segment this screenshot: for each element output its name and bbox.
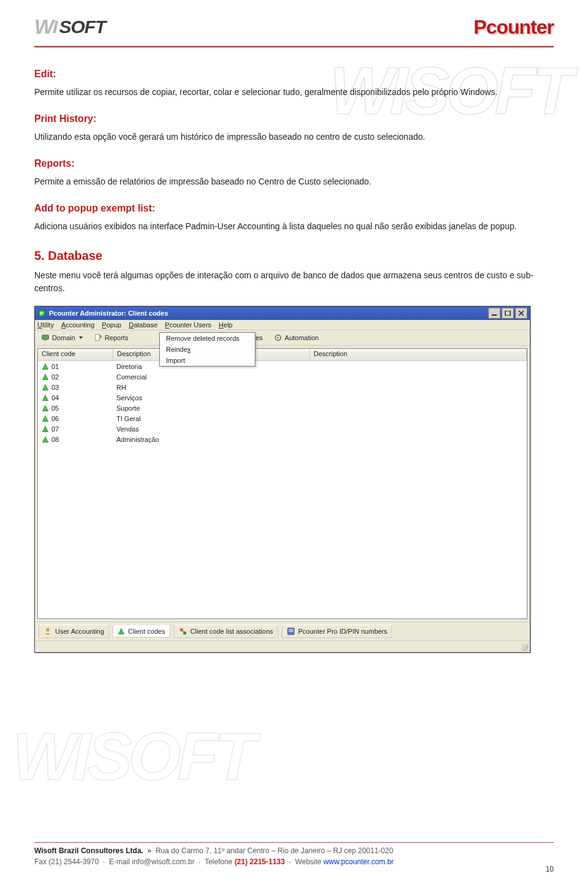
- svg-marker-10: [43, 374, 48, 379]
- menu-utility[interactable]: Utility: [37, 321, 54, 329]
- associations-icon: [179, 627, 187, 636]
- cell-description: Suporte: [113, 404, 239, 412]
- footer-fax: (21) 2544-3970: [48, 857, 99, 866]
- arrow-icon: »: [148, 846, 152, 855]
- tab-idpin-numbers[interactable]: Pcounter Pro ID/PIN numbers: [282, 625, 393, 638]
- col-client-code[interactable]: Client code: [38, 349, 113, 360]
- app-icon: P: [37, 309, 46, 317]
- svg-rect-4: [42, 335, 49, 340]
- toolbar-reports[interactable]: Reports: [91, 332, 131, 343]
- svg-rect-25: [288, 631, 290, 632]
- cell-description: Comercial: [113, 373, 239, 381]
- window-titlebar[interactable]: P Pcounter Administrator: Client codes: [35, 306, 530, 320]
- table-row[interactable]: 07Vendas: [38, 424, 527, 434]
- svg-rect-27: [292, 631, 293, 632]
- svg-point-8: [277, 337, 279, 339]
- heading-add-popup-exempt: Add to popup exempt list:: [34, 203, 554, 214]
- app-window: P Pcounter Administrator: Client codes: [34, 306, 530, 653]
- document-body: Edit: Permite utilizar os recursos de co…: [0, 48, 588, 653]
- page-footer: Wisoft Brazil Consultores Ltda. » Rua do…: [34, 842, 554, 866]
- cell-client-code: 07: [38, 425, 113, 433]
- menu-help[interactable]: Help: [219, 321, 233, 329]
- svg-marker-9: [43, 363, 48, 369]
- footer-email-label: E-mail: [109, 857, 130, 866]
- table-row[interactable]: 06TI Geral: [38, 413, 527, 424]
- resize-grip-icon[interactable]: [521, 644, 529, 651]
- domain-icon: [41, 333, 50, 342]
- triangle-icon: [42, 363, 49, 370]
- svg-marker-16: [43, 436, 48, 442]
- footer-tel: (21) 2215-1133: [235, 857, 285, 866]
- footer-company: Wisoft Brazil Consultores Ltda.: [34, 846, 143, 855]
- client-codes-listview[interactable]: Client code Description Description 01Di…: [37, 348, 527, 619]
- heading-reports: Reports:: [34, 158, 554, 169]
- toolbar: Domain Reports ences: [35, 330, 530, 346]
- wisoft-logo: WISOFT: [34, 15, 105, 39]
- para-add-popup-exempt: Adiciona usuários exibidos na interface …: [34, 220, 554, 233]
- triangle-icon: [42, 425, 49, 433]
- svg-marker-13: [43, 405, 48, 411]
- cell-client-code: 03: [38, 383, 113, 392]
- cell-client-code: 01: [38, 362, 113, 371]
- tab-client-codes[interactable]: Client codes: [113, 625, 170, 637]
- menu-item-import[interactable]: Import: [160, 355, 255, 366]
- minimize-icon: [491, 311, 497, 316]
- svg-marker-12: [43, 395, 48, 400]
- svg-rect-24: [292, 629, 293, 631]
- cell-client-code: 08: [38, 435, 113, 444]
- svg-rect-23: [290, 629, 292, 631]
- keypad-icon: [287, 627, 295, 636]
- cell-client-code: 06: [38, 414, 113, 423]
- close-button[interactable]: [515, 308, 527, 319]
- para-edit: Permite utilizar os recursos de copiar, …: [34, 86, 554, 99]
- table-row[interactable]: 03RH: [38, 382, 527, 392]
- triangle-icon: [118, 628, 125, 635]
- bottom-tabs: User Accounting Client codes Client: [35, 622, 530, 641]
- pcounter-logo: Pcounter: [473, 16, 554, 39]
- svg-rect-2: [492, 314, 497, 316]
- maximize-button[interactable]: [502, 308, 514, 319]
- cell-description: Administração: [113, 435, 239, 444]
- toolbar-domain[interactable]: Domain: [39, 332, 85, 343]
- table-row[interactable]: 01Diretoria: [38, 361, 527, 371]
- menu-item-remove-deleted[interactable]: Remove deleted records: [160, 333, 255, 344]
- menu-database[interactable]: Database: [129, 321, 157, 329]
- cell-client-code: 05: [38, 404, 113, 412]
- svg-rect-3: [505, 311, 510, 316]
- table-row[interactable]: 08Administração: [38, 434, 527, 444]
- table-row[interactable]: 05Suporte: [38, 403, 527, 413]
- cell-client-code: 04: [38, 393, 113, 402]
- footer-tel-label: Telefone: [205, 857, 232, 866]
- footer-address: Rua do Carmo 7, 11º andar Centro – Rio d…: [156, 846, 393, 855]
- svg-marker-14: [43, 416, 48, 421]
- watermark-wisoft-bottom: WISOFT: [12, 717, 252, 795]
- triangle-icon: [42, 415, 49, 422]
- menu-popup[interactable]: Popup: [102, 321, 121, 329]
- table-row[interactable]: 04Serviços: [38, 392, 527, 403]
- listview-header: Client code Description Description: [38, 349, 527, 361]
- close-icon: [518, 311, 524, 316]
- toolbar-automation[interactable]: Automation: [271, 332, 322, 343]
- svg-rect-26: [290, 631, 292, 632]
- tab-user-accounting[interactable]: User Accounting: [39, 625, 109, 638]
- table-row[interactable]: 02Comercial: [38, 371, 527, 382]
- minimize-button[interactable]: [488, 308, 500, 319]
- cell-description: Vendas: [113, 425, 239, 433]
- footer-web: www.pcounter.com.br: [323, 857, 394, 866]
- page-header: WISOFT Pcounter: [0, 0, 588, 42]
- tab-client-code-associations[interactable]: Client code list associations: [174, 625, 278, 638]
- menu-pcounter-users[interactable]: Pcounter Users: [165, 321, 211, 329]
- menu-item-reindex[interactable]: Reindex: [160, 344, 255, 355]
- user-icon: [43, 627, 52, 636]
- listview-body: 01Diretoria02Comercial03RH04Serviços05Su…: [38, 361, 527, 618]
- triangle-icon: [42, 394, 49, 401]
- col-description-right[interactable]: Description: [310, 349, 527, 360]
- database-dropdown: Remove deleted records Reindex Import: [159, 332, 255, 367]
- cell-description: RH: [113, 383, 239, 392]
- menu-accounting[interactable]: Accounting: [61, 321, 94, 329]
- heading-edit: Edit:: [34, 69, 554, 80]
- status-bar: [35, 641, 530, 652]
- svg-text:P: P: [40, 311, 43, 316]
- footer-web-label: Website: [295, 857, 322, 866]
- maximize-icon: [505, 311, 511, 316]
